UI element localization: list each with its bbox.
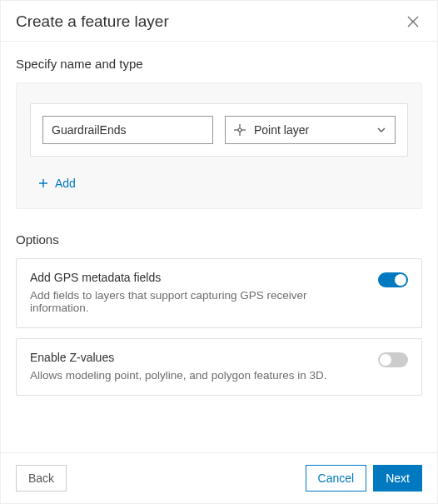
option-gps-title: Add GPS metadata fields bbox=[30, 271, 368, 284]
close-button[interactable] bbox=[404, 12, 422, 31]
layer-name-input[interactable] bbox=[42, 116, 213, 144]
options-title: Options bbox=[16, 232, 422, 247]
close-icon bbox=[407, 16, 419, 27]
dialog-footer: Back Cancel Next bbox=[1, 452, 437, 503]
option-z-toggle[interactable] bbox=[378, 352, 408, 367]
section-name-type-title: Specify name and type bbox=[16, 57, 422, 71]
options-section: Options Add GPS metadata fields Add fiel… bbox=[16, 232, 422, 396]
dialog-header: Create a feature layer bbox=[1, 1, 437, 42]
add-layer-button[interactable]: Add bbox=[33, 173, 81, 193]
option-gps-toggle[interactable] bbox=[378, 272, 408, 287]
layer-type-select[interactable]: Point layer bbox=[225, 116, 396, 144]
layer-row: Point layer bbox=[30, 103, 408, 157]
option-gps-metadata: Add GPS metadata fields Add fields to la… bbox=[16, 258, 422, 328]
layer-type-value: Point layer bbox=[254, 123, 309, 137]
cancel-button[interactable]: Cancel bbox=[306, 465, 367, 492]
chevron-down-icon bbox=[376, 125, 386, 135]
point-layer-icon bbox=[234, 124, 246, 136]
add-layer-label: Add bbox=[55, 177, 76, 190]
layer-definition-card: Point layer Add bbox=[16, 82, 422, 209]
option-z-values: Enable Z-values Allows modeling point, p… bbox=[16, 338, 422, 396]
option-gps-desc: Add fields to layers that support captur… bbox=[30, 289, 368, 314]
option-z-desc: Allows modeling point, polyline, and pol… bbox=[30, 369, 368, 382]
dialog-title: Create a feature layer bbox=[16, 12, 169, 31]
svg-point-4 bbox=[238, 128, 241, 132]
option-z-title: Enable Z-values bbox=[30, 351, 368, 364]
plus-icon bbox=[38, 178, 48, 188]
next-button[interactable]: Next bbox=[373, 465, 422, 492]
dialog-content: Specify name and type Point layer bbox=[1, 42, 437, 452]
back-button[interactable]: Back bbox=[16, 465, 67, 492]
